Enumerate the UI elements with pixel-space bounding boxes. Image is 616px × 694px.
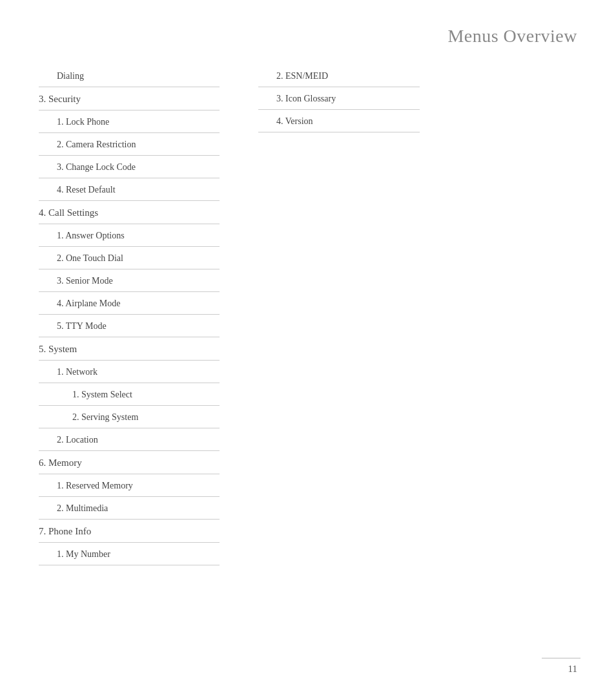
menu-item-one-touch-dial: 2. One Touch Dial bbox=[39, 247, 220, 269]
menu-item-my-number: 1. My Number bbox=[39, 543, 220, 565]
menu-item-security: 3. Security bbox=[39, 87, 220, 110]
menu-item-answer-options: 1. Answer Options bbox=[39, 224, 220, 247]
menu-item-lock-phone: 1. Lock Phone bbox=[39, 110, 220, 133]
menu-item-memory: 6. Memory bbox=[39, 451, 220, 474]
menu-item-change-lock-code: 3. Change Lock Code bbox=[39, 156, 220, 178]
menu-item-airplane-mode: 4. Airplane Mode bbox=[39, 292, 220, 315]
menu-item-serving-system: 2. Serving System bbox=[39, 406, 220, 428]
page-number-line bbox=[542, 658, 580, 658]
menu-item-system: 5. System bbox=[39, 337, 220, 361]
page-number: 11 bbox=[568, 664, 577, 675]
menu-item-icon-glossary: 3. Icon Glossary bbox=[258, 87, 420, 110]
menu-item-reserved-memory: 1. Reserved Memory bbox=[39, 474, 220, 497]
menu-item-version: 4. Version bbox=[258, 110, 420, 132]
page-title: Menus Overview bbox=[447, 26, 577, 47]
menu-item-reset-default: 4. Reset Default bbox=[39, 178, 220, 201]
menu-item-tty-mode: 5. TTY Mode bbox=[39, 315, 220, 337]
menu-item-system-select: 1. System Select bbox=[39, 383, 220, 406]
menu-item-network: 1. Network bbox=[39, 361, 220, 383]
menu-item-dialing: Dialing bbox=[39, 65, 220, 87]
menu-item-camera-restriction: 2. Camera Restriction bbox=[39, 133, 220, 156]
menu-item-location: 2. Location bbox=[39, 428, 220, 451]
right-column: 2. ESN/MEID 3. Icon Glossary 4. Version bbox=[258, 65, 420, 565]
content-area: Dialing 3. Security 1. Lock Phone 2. Cam… bbox=[0, 65, 616, 565]
menu-item-call-settings: 4. Call Settings bbox=[39, 201, 220, 224]
menu-item-esn-meid: 2. ESN/MEID bbox=[258, 65, 420, 87]
menu-item-multimedia: 2. Multimedia bbox=[39, 497, 220, 520]
menu-item-phone-info: 7. Phone Info bbox=[39, 520, 220, 543]
menu-item-senior-mode: 3. Senior Mode bbox=[39, 269, 220, 292]
left-column: Dialing 3. Security 1. Lock Phone 2. Cam… bbox=[39, 65, 220, 565]
